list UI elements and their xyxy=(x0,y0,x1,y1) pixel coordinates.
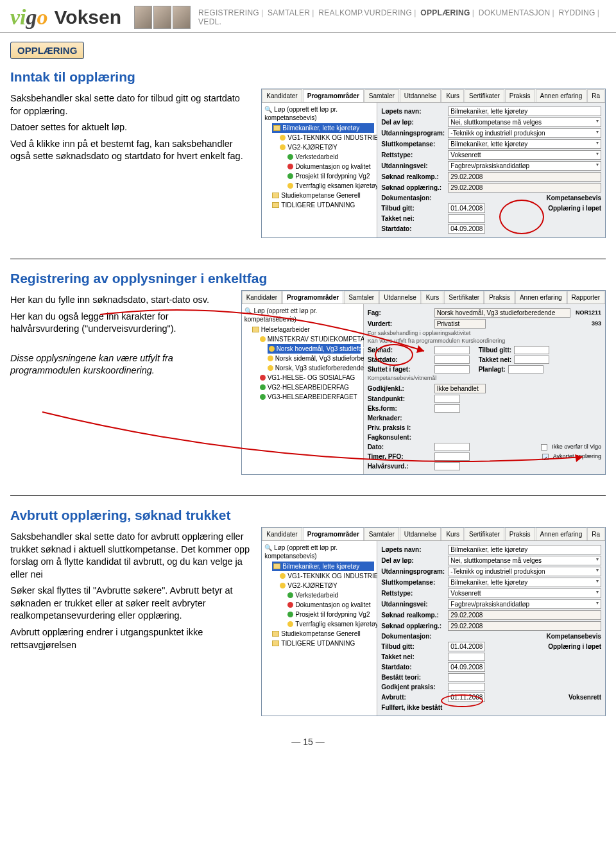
tab-kurs[interactable]: Kurs xyxy=(441,528,464,540)
field-lopets-navn[interactable]: Bilmekaniker, lette kjøretøy xyxy=(448,545,601,554)
field-bestatt-teori[interactable] xyxy=(448,673,485,682)
field-sluttet[interactable] xyxy=(434,365,470,373)
tree-item[interactable]: MINSTEKRAV STUDIEKOMPETANSE xyxy=(260,334,361,344)
tree-item[interactable]: Verkstedarbeid xyxy=(287,590,374,600)
tab-programomrader[interactable]: Programområder xyxy=(282,291,343,304)
tree-item[interactable]: Norsk sidemål, Vg3 studieforberedende u xyxy=(268,354,361,363)
tree-item[interactable]: Dokumentasjon og kvalitet xyxy=(287,600,374,610)
field-tilbud-gitt[interactable]: 01.04.2008 xyxy=(448,203,485,213)
field-rettstype[interactable]: Voksenrett xyxy=(448,588,601,598)
field-rettstype[interactable]: Voksenrett xyxy=(448,150,601,160)
tab-rapporter-cut[interactable]: Ra xyxy=(587,528,604,540)
field-sluttkompetanse[interactable]: Bilmekaniker, lette kjøretøy xyxy=(448,139,601,149)
tree-item[interactable]: VG1-TEKNIKK OG INDUSTRIELL PRODUKSJ xyxy=(280,571,374,581)
tree-item-selected[interactable]: Bilmekaniker, lette kjøretøy xyxy=(272,562,374,571)
field-utdanningsvei[interactable]: Fagbrev/praksiskandidatløp xyxy=(448,599,601,609)
field-soknad-opplaering[interactable]: 29.02.2008 xyxy=(448,621,601,631)
field-timer-pfo[interactable] xyxy=(434,452,470,461)
field-standpunkt[interactable] xyxy=(434,395,460,403)
tree-title: 🔍 Løp (opprett ett løp pr. kompetansebev… xyxy=(264,105,374,122)
tree-item[interactable]: Tverrfaglig eksamen kjøretøy xyxy=(287,181,374,191)
annotation-circle xyxy=(375,344,413,366)
tree-item-selected[interactable]: Bilmekaniker, lette kjøretøy xyxy=(272,123,374,133)
field-utdanningsvei[interactable]: Fagbrev/praksiskandidatløp xyxy=(448,161,601,171)
tab-kandidater[interactable]: Kandidater xyxy=(262,528,302,540)
tree-item[interactable]: Tverrfaglig eksamen kjøretøy xyxy=(287,619,374,629)
tree-item[interactable]: TIDLIGERE UTDANNING xyxy=(272,639,374,648)
tree-item[interactable]: Verkstedarbeid xyxy=(287,152,374,162)
field-godkjent-praksis[interactable] xyxy=(448,683,485,691)
tree-item[interactable]: Studiekompetanse Generell xyxy=(272,629,374,639)
tab-utdannelse[interactable]: Utdannelse xyxy=(400,528,441,540)
field-startdato[interactable]: 04.09.2008 xyxy=(448,224,485,234)
tab-praksis[interactable]: Praksis xyxy=(505,528,535,540)
field-utdanningsprogram[interactable]: -Teknikk og industriell produksjon xyxy=(448,128,601,138)
tab-rapporter-cut[interactable]: Ra xyxy=(587,89,604,102)
chapter-badge: OPPLÆRING xyxy=(10,42,84,59)
tab-sertifikater[interactable]: Sertifikater xyxy=(465,528,504,540)
field-timer: 393 xyxy=(592,320,601,328)
field-soknad-opplaering[interactable]: 29.02.2008 xyxy=(448,183,601,193)
tab-kandidater[interactable]: Kandidater xyxy=(242,291,282,304)
field-soknad[interactable] xyxy=(434,346,470,354)
field-startdato[interactable] xyxy=(434,356,470,364)
field-dato[interactable] xyxy=(434,443,470,451)
tab-sertifikater[interactable]: Sertifikater xyxy=(444,291,484,304)
checkbox-ikke-overfor[interactable] xyxy=(541,444,547,451)
field-tilbud-gitt[interactable] xyxy=(514,346,549,354)
tab-annen-erfaring[interactable]: Annen erfaring xyxy=(515,291,567,304)
tab-annen-erfaring[interactable]: Annen erfaring xyxy=(536,528,587,540)
field-utdanningsprogram[interactable]: -Teknikk og industriell produksjon xyxy=(448,567,601,576)
section2: Her kan du fylle inn søknadsdato, start-… xyxy=(10,290,606,475)
tree-item[interactable]: Prosjekt til fordypning Vg2 xyxy=(287,610,374,619)
field-del-av-lop[interactable]: Nei, sluttkompetanse må velges xyxy=(448,117,601,127)
tree-item[interactable]: Prosjekt til fordypning Vg2 xyxy=(287,171,374,181)
tab-programomrader[interactable]: Programområder xyxy=(303,528,364,540)
tree-item[interactable]: VG2-KJØRETØY xyxy=(280,581,374,590)
field-sluttkompetanse[interactable]: Bilmekaniker, lette kjøretøy xyxy=(448,578,601,587)
tab-samtaler[interactable]: Samtaler xyxy=(364,89,399,102)
field-tilbud-gitt[interactable]: 01.04.2008 xyxy=(448,642,485,651)
field-godkj[interactable]: Ikke behandlet xyxy=(434,384,486,393)
tab-utdannelse[interactable]: Utdannelse xyxy=(379,291,421,304)
tab-utdannelse[interactable]: Utdannelse xyxy=(400,89,441,102)
tree-item[interactable]: VG1-HELSE- OG SOSIALFAG xyxy=(260,373,361,382)
tab-praksis[interactable]: Praksis xyxy=(484,291,515,304)
tree-item[interactable]: VG2-KJØRETØY xyxy=(280,142,374,152)
tab-annen-erfaring[interactable]: Annen erfaring xyxy=(536,89,587,102)
field-takket-nei[interactable] xyxy=(448,214,485,223)
field-takket-nei[interactable] xyxy=(514,356,549,364)
field-soknad-realkomp[interactable]: 29.02.2008 xyxy=(448,610,601,620)
field-takket-nei[interactable] xyxy=(448,653,485,661)
field-soknad-realkomp[interactable]: 29.02.2008 xyxy=(448,172,601,182)
section3: Saksbehandler skal sette dato for avbrut… xyxy=(10,527,606,716)
field-planlagt[interactable] xyxy=(508,365,543,373)
tab-kurs[interactable]: Kurs xyxy=(422,291,444,304)
field-eksform[interactable] xyxy=(434,404,460,413)
tree-item[interactable]: VG1-TEKNIKK OG INDUSTRIELL PRODUKSJ xyxy=(280,133,374,142)
field-startdato[interactable]: 04.09.2008 xyxy=(448,662,485,672)
tab-rapporter[interactable]: Rapporter xyxy=(567,291,604,304)
tab-kandidater[interactable]: Kandidater xyxy=(262,89,302,102)
field-label: Dokumentasjon: xyxy=(381,632,445,640)
field-halvarsvurd[interactable] xyxy=(434,462,460,470)
tab-praksis[interactable]: Praksis xyxy=(505,89,535,102)
tree-item-selected[interactable]: Norsk hovedmål, Vg3 studieforbereden xyxy=(268,344,361,354)
tree-item[interactable]: VG2-HELSEARBEIDERFAG xyxy=(260,382,361,392)
tab-samtaler[interactable]: Samtaler xyxy=(344,291,379,304)
tab-sertifikater[interactable]: Sertifikater xyxy=(465,89,504,102)
field-label: Takket nei: xyxy=(479,356,512,364)
tree-item[interactable]: VG3-HELSEARBEIDERFAGET xyxy=(260,392,361,402)
tree-item[interactable]: TIDLIGERE UTDANNING xyxy=(272,200,374,210)
tab-programomrader[interactable]: Programområder xyxy=(303,89,364,102)
field-del-av-lop[interactable]: Nei, sluttkompetanse må velges xyxy=(448,556,601,565)
field-lopets-navn[interactable]: Bilmekaniker, lette kjøretøy xyxy=(448,107,601,116)
tree-item[interactable]: Helsefagarbeider xyxy=(252,325,361,334)
tab-samtaler[interactable]: Samtaler xyxy=(364,528,399,540)
tree-item[interactable]: Norsk, Vg3 studieforberedende utdannin xyxy=(268,363,361,373)
checkbox-avkortet[interactable]: ✓ xyxy=(542,454,549,460)
section3-p1: Saksbehandler skal sette dato for avbrut… xyxy=(10,531,250,581)
tree-item[interactable]: Dokumentasjon og kvalitet xyxy=(287,162,374,171)
tree-item[interactable]: Studiekompetanse Generell xyxy=(272,191,374,200)
tab-kurs[interactable]: Kurs xyxy=(441,89,464,102)
